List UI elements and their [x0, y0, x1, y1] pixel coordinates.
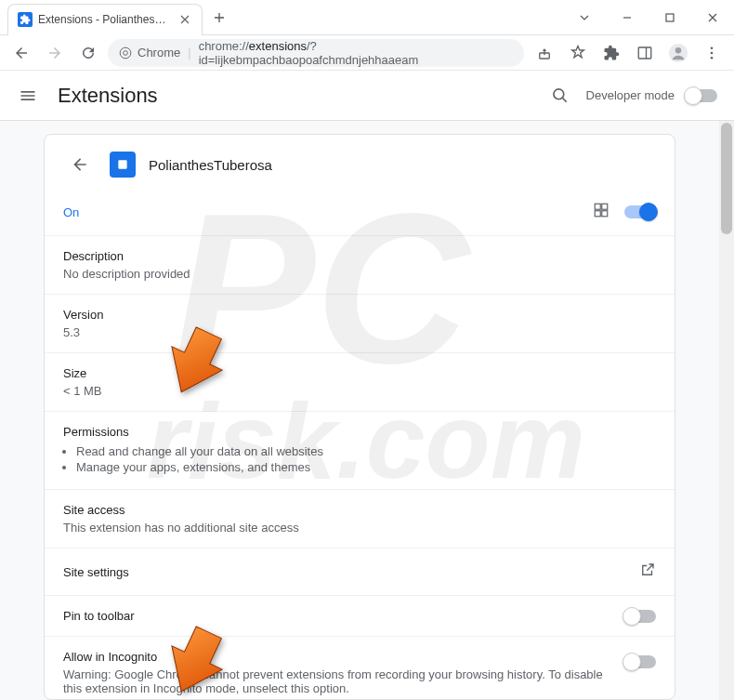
pin-to-toolbar-label: Pin to toolbar [63, 609, 135, 623]
page-title: Extensions [58, 84, 158, 108]
incognito-toggle[interactable] [624, 655, 656, 668]
address-bar[interactable]: Chrome | chrome://extensions/?id=lijkebm… [108, 39, 524, 67]
hamburger-menu-button[interactable] [17, 85, 39, 107]
site-settings-label: Site settings [63, 565, 129, 579]
svg-rect-0 [666, 14, 674, 21]
sidepanel-button[interactable] [630, 38, 660, 68]
developer-mode-label: Developer mode [586, 88, 675, 102]
extensions-header: Extensions Developer mode [0, 71, 734, 121]
svg-point-10 [554, 88, 564, 99]
permissions-list: Read and change all your data on all web… [76, 444, 656, 474]
main-content: PolianthesTuberosa On Description No des… [0, 121, 719, 700]
list-item: Read and change all your data on all web… [76, 444, 656, 458]
window-controls [563, 2, 734, 33]
svg-point-9 [711, 56, 714, 59]
url-text: chrome://extensions/?id=lijkebmpachbaopo… [199, 39, 513, 67]
new-tab-button[interactable] [206, 5, 232, 31]
puzzle-icon [18, 12, 33, 27]
window-titlebar: Extensions - PolianthesTuberosa [0, 0, 734, 35]
minimize-button[interactable] [606, 2, 649, 33]
description-label: Description [63, 249, 656, 263]
launch-icon [639, 561, 656, 582]
extensions-button[interactable] [596, 38, 626, 68]
size-label: Size [63, 366, 656, 380]
browser-tab[interactable]: Extensions - PolianthesTuberosa [7, 4, 203, 35]
version-label: Version [63, 308, 656, 322]
close-window-button[interactable] [691, 2, 734, 33]
reload-button[interactable] [74, 39, 102, 67]
extension-detail-card: PolianthesTuberosa On Description No des… [44, 134, 675, 700]
site-settings-row[interactable]: Site settings [45, 548, 675, 595]
menu-button[interactable] [697, 38, 727, 68]
search-button[interactable] [545, 81, 575, 111]
description-value: No description provided [63, 267, 656, 281]
svg-rect-14 [595, 211, 600, 217]
site-info-chip[interactable]: Chrome [119, 46, 180, 59]
permissions-label: Permissions [63, 425, 656, 439]
on-status-label: On [63, 205, 79, 219]
chrome-label: Chrome [138, 46, 180, 59]
profile-button[interactable] [663, 38, 693, 68]
bookmark-button[interactable] [563, 38, 593, 68]
svg-rect-13 [602, 204, 608, 209]
extension-enable-toggle[interactable] [624, 205, 656, 218]
svg-point-8 [711, 51, 714, 54]
developer-mode-toggle[interactable] [686, 89, 717, 102]
pin-to-toolbar-toggle[interactable] [624, 610, 656, 623]
scrollbar-thumb[interactable] [721, 123, 732, 234]
extension-icon [110, 152, 136, 178]
tab-title: Extensions - PolianthesTuberosa [38, 13, 172, 26]
svg-rect-11 [118, 160, 126, 168]
close-icon[interactable] [177, 12, 192, 27]
svg-point-1 [120, 47, 131, 59]
site-access-label: Site access [63, 503, 656, 517]
forward-button[interactable] [41, 39, 69, 67]
list-item: Manage your apps, extensions, and themes [76, 460, 656, 474]
back-to-list-button[interactable] [63, 148, 97, 181]
svg-point-6 [675, 47, 681, 53]
size-value: < 1 MB [63, 384, 656, 398]
window-chevron-button[interactable] [563, 2, 606, 33]
chrome-icon [119, 46, 132, 59]
browser-toolbar: Chrome | chrome://extensions/?id=lijkebm… [0, 35, 734, 71]
svg-point-7 [711, 46, 714, 49]
version-value: 5.3 [63, 325, 656, 339]
maximize-button[interactable] [649, 2, 691, 33]
grid-icon[interactable] [593, 202, 609, 222]
svg-rect-4 [638, 47, 651, 59]
svg-rect-12 [595, 204, 600, 209]
incognito-label: Allow in Incognito [63, 650, 606, 664]
svg-rect-15 [602, 211, 608, 217]
extension-name: PolianthesTuberosa [149, 157, 272, 173]
share-button[interactable] [530, 38, 559, 68]
svg-point-2 [124, 50, 128, 55]
incognito-warning: Warning: Google Chrome cannot prevent ex… [63, 667, 606, 695]
site-access-value: This extension has no additional site ac… [63, 521, 656, 535]
vertical-scrollbar[interactable] [719, 121, 734, 700]
back-button[interactable] [7, 39, 35, 67]
